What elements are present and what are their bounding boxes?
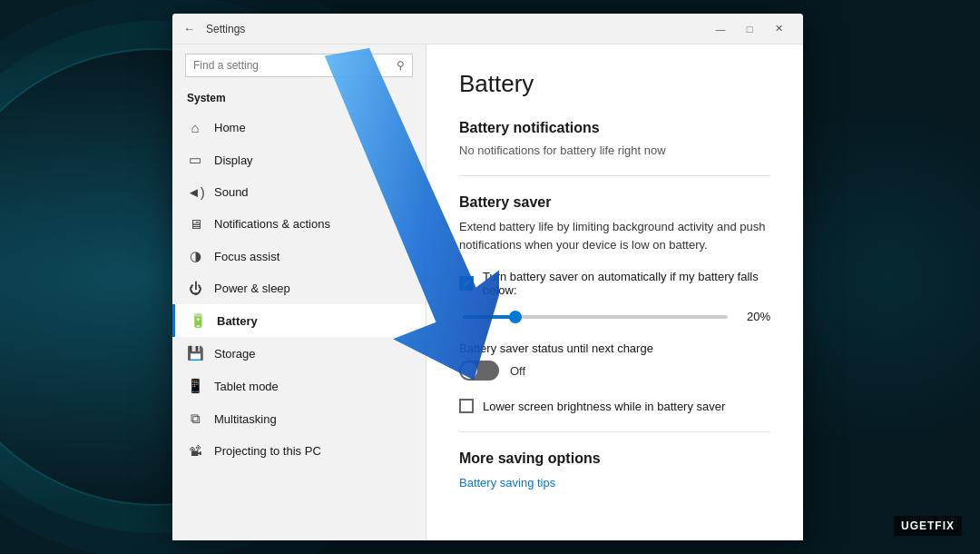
sidebar-label-projecting: Projecting to this PC <box>214 444 321 458</box>
sidebar: ⚲ System ⌂ Home ▭ Display ◄) Sound 🖥 <box>172 45 426 540</box>
search-box[interactable]: ⚲ <box>185 54 413 77</box>
sidebar-label-notifications: Notifications & actions <box>214 217 330 231</box>
power-icon: ⏻ <box>187 281 203 296</box>
sidebar-item-projecting[interactable]: 📽 Projecting to this PC <box>172 435 426 467</box>
window-title: Settings <box>206 23 707 35</box>
battery-notifications-desc: No notifications for battery life right … <box>459 143 770 157</box>
sidebar-item-focus[interactable]: ◑ Focus assist <box>172 240 426 272</box>
divider-2 <box>459 431 770 432</box>
slider-fill <box>463 315 515 319</box>
battery-icon: 🔋 <box>190 312 206 329</box>
battery-saver-title: Battery saver <box>459 194 770 211</box>
sidebar-label-multitasking: Multitasking <box>214 412 277 426</box>
sidebar-item-sound[interactable]: ◄) Sound <box>172 176 426 208</box>
checkbox-checkmark: ✓ <box>463 278 471 290</box>
home-icon: ⌂ <box>187 120 203 135</box>
projecting-icon: 📽 <box>187 443 203 459</box>
sidebar-item-storage[interactable]: 💾 Storage <box>172 337 426 370</box>
toggle-state-text: Off <box>510 364 525 378</box>
settings-window: ← Settings — □ ✕ ⚲ System ⌂ Home ▭ D <box>172 14 803 540</box>
minimize-button[interactable]: — <box>707 16 734 42</box>
search-input[interactable] <box>193 59 391 72</box>
watermark: UGETFIX <box>894 516 962 536</box>
main-content: Battery Battery notifications No notific… <box>426 45 803 540</box>
sidebar-item-notifications[interactable]: 🖥 Notifications & actions <box>172 208 426 240</box>
tablet-icon: 📱 <box>187 378 203 394</box>
lower-brightness-checkbox[interactable] <box>459 399 474 413</box>
battery-level-slider-track[interactable] <box>463 315 728 319</box>
sidebar-label-storage: Storage <box>214 347 256 361</box>
battery-saver-toggle-row: Off <box>459 361 770 381</box>
lower-brightness-label: Lower screen brightness while in battery… <box>483 400 725 413</box>
sidebar-item-battery[interactable]: 🔋 Battery <box>172 304 426 337</box>
display-icon: ▭ <box>187 152 203 168</box>
toggle-label: Battery saver status until next charge <box>459 341 770 355</box>
slider-thumb[interactable] <box>509 311 522 323</box>
search-icon: ⚲ <box>397 59 405 72</box>
battery-saver-toggle[interactable] <box>459 361 499 381</box>
more-options-title: More saving options <box>459 450 770 467</box>
page-title: Battery <box>459 70 770 98</box>
toggle-knob <box>461 362 477 379</box>
sidebar-label-home: Home <box>214 121 246 134</box>
lower-brightness-checkbox-row[interactable]: Lower screen brightness while in battery… <box>459 399 770 413</box>
sidebar-item-power[interactable]: ⏻ Power & sleep <box>172 272 426 304</box>
focus-icon: ◑ <box>187 248 203 264</box>
battery-saver-toggle-section: Battery saver status until next charge O… <box>459 341 770 381</box>
sidebar-label-power: Power & sleep <box>214 282 290 295</box>
battery-saving-tips-link[interactable]: Battery saving tips <box>459 476 555 490</box>
sidebar-item-home[interactable]: ⌂ Home <box>172 112 426 143</box>
maximize-button[interactable]: □ <box>736 16 763 42</box>
sidebar-label-tablet: Tablet mode <box>214 380 279 393</box>
sidebar-label-battery: Battery <box>217 314 258 328</box>
auto-saver-checkbox[interactable]: ✓ <box>459 276 474 291</box>
sidebar-label-sound: Sound <box>214 185 249 199</box>
sidebar-item-multitasking[interactable]: ⧉ Multitasking <box>172 402 426 435</box>
sound-icon: ◄) <box>187 184 203 200</box>
sidebar-label-display: Display <box>214 153 253 167</box>
sidebar-items-list: ⌂ Home ▭ Display ◄) Sound 🖥 Notification… <box>172 112 426 540</box>
auto-saver-label: Turn battery saver on automatically if m… <box>483 270 770 297</box>
storage-icon: 💾 <box>187 345 203 361</box>
notifications-icon: 🖥 <box>187 216 203 232</box>
battery-saver-desc: Extend battery life by limiting backgrou… <box>459 218 770 253</box>
battery-notifications-title: Battery notifications <box>459 120 770 136</box>
sidebar-item-display[interactable]: ▭ Display <box>172 143 426 176</box>
titlebar: ← Settings — □ ✕ <box>172 14 803 45</box>
sidebar-item-tablet[interactable]: 📱 Tablet mode <box>172 370 426 402</box>
auto-saver-checkbox-row[interactable]: ✓ Turn battery saver on automatically if… <box>459 270 770 297</box>
sidebar-section-label: System <box>172 86 426 112</box>
multitasking-icon: ⧉ <box>187 411 203 427</box>
window-controls: — □ ✕ <box>707 16 792 42</box>
window-content: ⚲ System ⌂ Home ▭ Display ◄) Sound 🖥 <box>172 45 803 540</box>
close-button[interactable]: ✕ <box>765 16 792 42</box>
slider-value: 20% <box>739 310 770 323</box>
divider-1 <box>459 175 770 176</box>
sidebar-label-focus: Focus assist <box>214 250 279 263</box>
back-button[interactable]: ← <box>183 22 195 35</box>
battery-level-slider-row[interactable]: 20% <box>459 310 770 323</box>
